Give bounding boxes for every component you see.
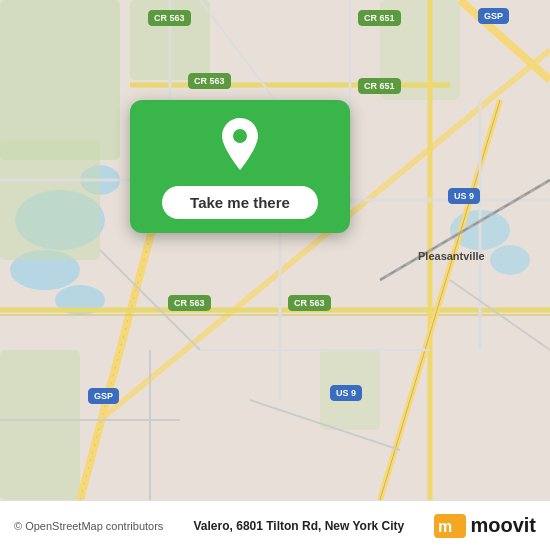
road-badge-gsp-upper: GSP	[478, 8, 509, 24]
svg-rect-8	[0, 140, 100, 260]
bottom-left-section: © OpenStreetMap contributors	[14, 520, 163, 532]
road-badge-gsp-lower: GSP	[88, 388, 119, 404]
road-badge-cr651-mid: CR 651	[358, 78, 401, 94]
road-badge-us9-lower: US 9	[330, 385, 362, 401]
address-text: Valero, 6801 Tilton Rd, New York City	[194, 519, 405, 533]
svg-point-6	[490, 245, 530, 275]
road-badge-cr563-right: CR 563	[288, 295, 331, 311]
location-card: Take me there	[130, 100, 350, 233]
moovit-icon: m	[434, 514, 466, 538]
svg-point-38	[233, 129, 247, 143]
svg-rect-7	[0, 0, 120, 160]
map-container: CR 563 CR 563 CR 563 CR 563 CR 651 CR 65…	[0, 0, 550, 500]
svg-rect-12	[0, 350, 80, 500]
moovit-label: moovit	[470, 514, 536, 537]
copyright-text: © OpenStreetMap contributors	[14, 520, 163, 532]
road-badge-cr563-lower: CR 563	[168, 295, 211, 311]
take-me-there-button[interactable]: Take me there	[162, 186, 318, 219]
moovit-logo: m moovit	[434, 514, 536, 538]
road-badge-cr563-mid: CR 563	[188, 73, 231, 89]
bottom-bar: © OpenStreetMap contributors Valero, 680…	[0, 500, 550, 550]
svg-text:m: m	[438, 518, 452, 535]
place-label-pleasantville: Pleasantville	[418, 250, 485, 262]
road-badge-us9-right: US 9	[448, 188, 480, 204]
road-badge-cr563-top: CR 563	[148, 10, 191, 26]
road-badge-cr651-top: CR 651	[358, 10, 401, 26]
location-pin-icon	[218, 118, 262, 170]
